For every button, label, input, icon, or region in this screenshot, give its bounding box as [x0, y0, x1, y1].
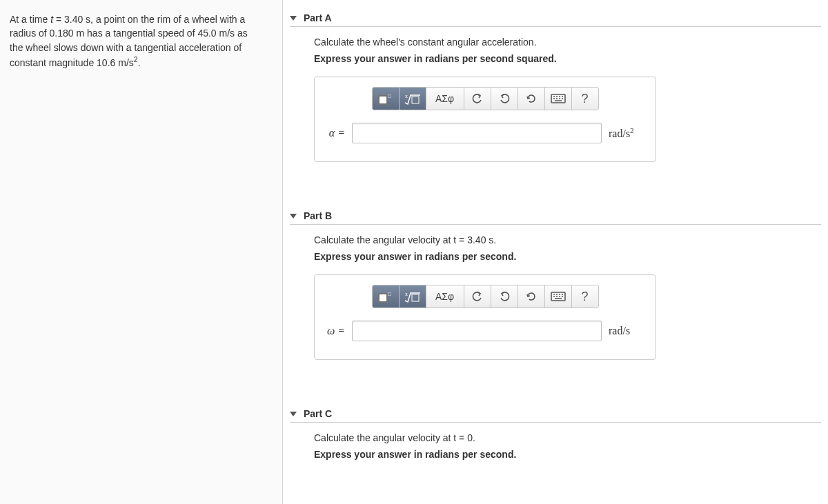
collapse-icon[interactable] — [290, 16, 297, 21]
templates-icon[interactable]: □ — [373, 285, 400, 308]
templates-icon[interactable]: □ — [373, 88, 400, 110]
greek-symbols-button[interactable]: ΑΣφ — [426, 285, 464, 308]
greek-symbols-button[interactable]: ΑΣφ — [426, 88, 464, 110]
redo-icon[interactable] — [491, 88, 518, 110]
part-b: Part B Calculate the angular velocity at… — [290, 210, 821, 360]
part-header[interactable]: Part A — [290, 12, 821, 27]
help-button[interactable]: ? — [572, 285, 598, 308]
reset-icon[interactable] — [518, 88, 545, 110]
svg-text:x: x — [405, 93, 408, 99]
question-text: Calculate the wheel's constant angular a… — [314, 37, 821, 48]
svg-text:□: □ — [388, 93, 391, 99]
part-title: Part A — [304, 12, 332, 23]
formatting-toolbar: □ x ΑΣφ ? — [372, 285, 599, 308]
variable-label: α = — [326, 127, 345, 139]
part-a: Part A Calculate the wheel's constant an… — [290, 12, 821, 162]
keyboard-icon[interactable] — [545, 88, 572, 110]
redo-icon[interactable] — [491, 285, 518, 308]
part-title: Part C — [304, 408, 332, 419]
svg-rect-19 — [412, 294, 419, 301]
problem-statement-panel: At a time t = 3.40 s, a point on the rim… — [0, 0, 283, 504]
undo-icon[interactable] — [464, 88, 491, 110]
answer-box: □ x ΑΣφ ? α = rad/s2 — [314, 77, 656, 162]
svg-rect-0 — [379, 96, 387, 104]
units-label: rad/s2 — [609, 126, 644, 140]
instruction-text: Express your answer in radians per secon… — [314, 53, 821, 64]
question-text: Calculate the angular velocity at t = 0. — [314, 432, 821, 443]
instruction-text: Express your answer in radians per secon… — [314, 251, 821, 262]
part-title: Part B — [304, 210, 332, 221]
radical-fraction-icon[interactable]: x — [400, 285, 426, 308]
question-text: Calculate the angular velocity at t = 3.… — [314, 234, 821, 245]
problem-text: At a time t = 3.40 s, a point on the rim… — [10, 12, 263, 70]
variable-label: ω = — [326, 325, 345, 337]
reset-icon[interactable] — [518, 285, 545, 308]
svg-rect-4 — [412, 97, 419, 103]
formatting-toolbar: □ x ΑΣφ ? — [372, 87, 599, 110]
units-label: rad/s — [609, 325, 644, 337]
instruction-text: Express your answer in radians per secon… — [314, 449, 821, 460]
part-c: Part C Calculate the angular velocity at… — [290, 408, 821, 460]
part-header[interactable]: Part C — [290, 408, 821, 423]
answer-input[interactable] — [352, 321, 602, 341]
answer-input[interactable] — [352, 123, 602, 143]
help-button[interactable]: ? — [572, 88, 598, 110]
undo-icon[interactable] — [464, 285, 491, 308]
radical-fraction-icon[interactable]: x — [400, 88, 426, 110]
part-header[interactable]: Part B — [290, 210, 821, 225]
collapse-icon[interactable] — [290, 214, 297, 219]
parts-panel: Part A Calculate the wheel's constant an… — [283, 0, 828, 504]
collapse-icon[interactable] — [290, 412, 297, 416]
keyboard-icon[interactable] — [545, 285, 572, 308]
svg-text:□: □ — [388, 291, 391, 297]
svg-rect-15 — [379, 294, 387, 302]
answer-box: □ x ΑΣφ ? ω = rad/s — [314, 274, 656, 360]
svg-text:x: x — [405, 291, 408, 297]
